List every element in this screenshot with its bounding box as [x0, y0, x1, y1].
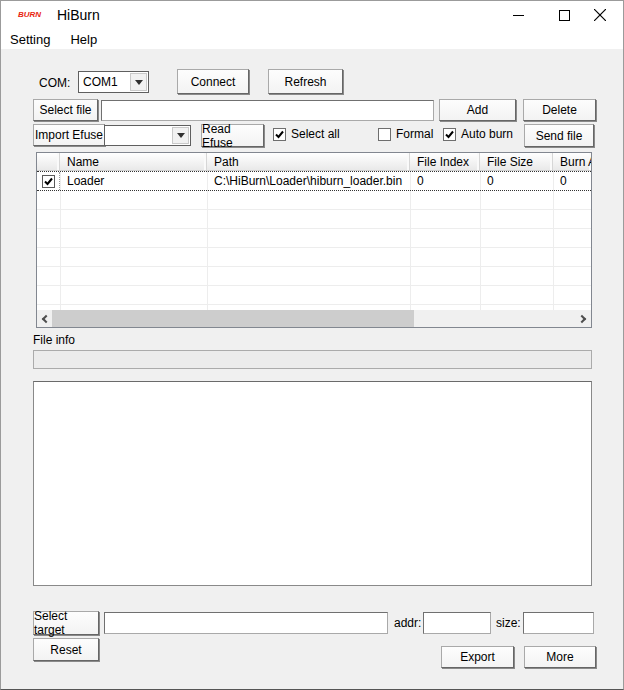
scroll-right-button[interactable] — [576, 310, 591, 327]
col-header-path[interactable]: Path — [207, 153, 410, 170]
export-button[interactable]: Export — [441, 646, 514, 668]
checkbox-box — [378, 128, 391, 141]
com-dropdown-button[interactable] — [130, 73, 147, 91]
maximize-button[interactable] — [545, 1, 583, 29]
log-textarea[interactable] — [33, 381, 592, 586]
maximize-icon — [559, 10, 570, 21]
scroll-left-button[interactable] — [37, 310, 52, 327]
chevron-down-icon — [177, 133, 185, 138]
delete-button[interactable]: Delete — [523, 99, 596, 121]
table-body: Loader C:\HiBurn\Loader\hiburn_loader.bi… — [37, 171, 591, 310]
scrollbar-track[interactable] — [52, 310, 576, 327]
menu-bar: Setting Help — [1, 29, 623, 49]
reset-button[interactable]: Reset — [33, 638, 99, 661]
table-empty-rows — [37, 191, 591, 310]
app-icon: BURN — [18, 10, 41, 19]
addr-label: addr: — [394, 616, 421, 630]
table-horizontal-scrollbar[interactable] — [37, 310, 591, 327]
minimize-button[interactable] — [499, 1, 537, 29]
col-header-file-index[interactable]: File Index — [410, 153, 480, 170]
formal-checkbox[interactable]: Formal — [378, 127, 433, 141]
close-button[interactable] — [581, 1, 619, 29]
size-label: size: — [496, 616, 521, 630]
com-select-value: COM1 — [79, 75, 129, 89]
chevron-left-icon — [42, 314, 50, 322]
com-label: COM: — [39, 76, 70, 90]
col-header-file-size[interactable]: File Size — [480, 153, 553, 170]
chevron-right-icon — [578, 314, 586, 322]
checkbox-box — [443, 128, 456, 141]
close-icon — [594, 9, 606, 21]
add-button[interactable]: Add — [439, 99, 516, 121]
table-header: Name Path File Index File Size Burn A — [37, 153, 591, 171]
client-area: COM: COM1 Connect Refresh Select file Ad… — [1, 49, 623, 690]
file-path-input[interactable] — [101, 100, 434, 121]
send-file-button[interactable]: Send file — [524, 124, 594, 147]
size-input[interactable] — [523, 612, 594, 634]
minimize-icon — [513, 10, 524, 21]
menu-help[interactable]: Help — [60, 30, 107, 49]
auto-burn-checkbox[interactable]: Auto burn — [443, 127, 513, 141]
col-header-name[interactable]: Name — [60, 153, 207, 170]
checkbox-box — [273, 128, 286, 141]
select-file-button[interactable]: Select file — [33, 99, 98, 121]
row-file-index-cell: 0 — [410, 174, 480, 188]
addr-input[interactable] — [423, 612, 491, 634]
formal-label: Formal — [396, 127, 433, 141]
row-path-cell: C:\HiBurn\Loader\hiburn_loader.bin — [207, 174, 410, 188]
import-efuse-button[interactable]: Import Efuse — [33, 124, 105, 146]
row-checkbox[interactable] — [42, 175, 55, 188]
efuse-dropdown-button[interactable] — [172, 127, 189, 144]
more-button[interactable]: More — [524, 646, 596, 668]
target-input[interactable] — [104, 612, 388, 634]
col-header-check[interactable] — [37, 153, 60, 170]
select-all-label: Select all — [291, 127, 340, 141]
refresh-button[interactable]: Refresh — [268, 69, 343, 94]
auto-burn-label: Auto burn — [461, 127, 513, 141]
row-name-cell: Loader — [60, 174, 207, 188]
title-bar: BURN HiBurn — [1, 1, 623, 29]
row-check-cell — [37, 172, 60, 190]
table-row[interactable]: Loader C:\HiBurn\Loader\hiburn_loader.bi… — [37, 171, 591, 191]
file-info-field — [33, 350, 592, 369]
app-window: BURN HiBurn Setting Help COM: COM1 Conne… — [0, 0, 624, 690]
efuse-select[interactable] — [104, 125, 191, 146]
window-title: HiBurn — [57, 7, 100, 23]
row-burn-addr-cell: 0 — [553, 174, 591, 188]
select-target-button[interactable]: Select target — [33, 611, 99, 635]
file-table: Name Path File Index File Size Burn A Lo… — [36, 152, 592, 328]
menu-setting[interactable]: Setting — [1, 30, 60, 49]
row-file-size-cell: 0 — [480, 174, 553, 188]
connect-button[interactable]: Connect — [177, 69, 249, 94]
col-header-burn-addr[interactable]: Burn A — [553, 153, 591, 170]
file-info-label: File info — [33, 333, 75, 347]
chevron-down-icon — [135, 80, 143, 85]
scrollbar-thumb[interactable] — [52, 310, 414, 327]
select-all-checkbox[interactable]: Select all — [273, 127, 340, 141]
read-efuse-button[interactable]: Read Efuse — [201, 124, 264, 147]
com-select[interactable]: COM1 — [78, 71, 149, 93]
